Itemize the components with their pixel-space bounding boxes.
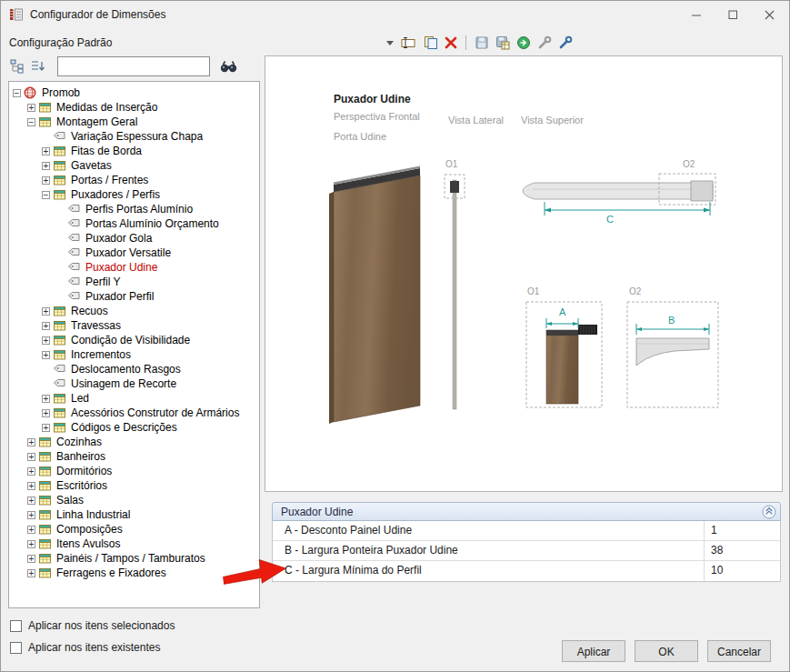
expand-icon[interactable]: + bbox=[27, 104, 35, 112]
tool-blue-icon[interactable] bbox=[558, 35, 573, 50]
tree-item[interactable]: +Fitas de Borda bbox=[9, 144, 259, 158]
expand-icon[interactable]: + bbox=[27, 555, 35, 563]
expand-icon[interactable]: + bbox=[27, 569, 35, 577]
expand-icon[interactable]: + bbox=[42, 307, 50, 316]
param-row[interactable]: B - Largura Ponteira Puxador Udine38 bbox=[273, 541, 780, 561]
tree-item[interactable]: +Portas / Frentes bbox=[9, 173, 259, 187]
tree-item[interactable]: Puxador Versatile bbox=[9, 246, 259, 260]
rename-icon[interactable] bbox=[401, 35, 417, 50]
collapse-icon[interactable]: − bbox=[27, 118, 35, 126]
ok-button[interactable]: OK bbox=[635, 640, 698, 662]
tree-item[interactable]: Perfis Portas Alumínio bbox=[9, 202, 259, 216]
expand-icon[interactable]: + bbox=[27, 438, 35, 446]
minimize-button[interactable] bbox=[678, 1, 715, 28]
expand-icon[interactable]: + bbox=[42, 176, 50, 185]
tool-gray-icon[interactable] bbox=[537, 35, 552, 50]
param-value-cell[interactable]: 1 bbox=[704, 521, 780, 540]
expand-icon[interactable]: + bbox=[42, 409, 50, 417]
expander-spacer bbox=[56, 264, 65, 272]
tag-icon bbox=[67, 276, 82, 288]
save-icon[interactable] bbox=[475, 35, 489, 50]
tree-item[interactable]: Portas Alumínio Orçamento bbox=[9, 216, 259, 231]
tree-item[interactable]: +Escritórios bbox=[9, 478, 259, 493]
collapse-icon[interactable]: − bbox=[42, 191, 50, 199]
expand-icon[interactable]: + bbox=[42, 336, 50, 345]
parameter-group-title: Puxador Udine bbox=[281, 506, 762, 518]
maximize-button[interactable] bbox=[715, 1, 751, 28]
tree-item[interactable]: −Puxadores / Perfis bbox=[9, 187, 259, 202]
tree-item[interactable]: −Montagem Geral bbox=[9, 115, 259, 129]
param-row[interactable]: A - Desconto Painel Udine1 bbox=[273, 521, 780, 541]
param-value-cell[interactable]: 38 bbox=[704, 541, 780, 560]
tree-item[interactable]: +Códigos e Descrições bbox=[9, 420, 259, 435]
tree-item-label: Medidas de Inserção bbox=[56, 100, 157, 115]
param-row[interactable]: C - Largura Mínima do Perfil10 bbox=[273, 561, 780, 581]
cancel-button[interactable]: Cancelar bbox=[707, 640, 771, 662]
collapse-icon[interactable]: − bbox=[13, 89, 21, 97]
expand-icon[interactable]: + bbox=[42, 162, 50, 170]
copy-icon[interactable] bbox=[424, 35, 438, 50]
tree-sort-icon[interactable] bbox=[30, 59, 45, 74]
tree-item[interactable]: +Itens Avulsos bbox=[9, 537, 259, 551]
tree-item-label: Promob bbox=[42, 85, 80, 100]
search-input[interactable] bbox=[57, 56, 210, 76]
close-button[interactable] bbox=[751, 1, 787, 28]
param-value-cell[interactable]: 10 bbox=[704, 561, 780, 581]
tree-item[interactable]: Usinagem de Recorte bbox=[9, 376, 259, 391]
tree-item[interactable]: +Travessas bbox=[9, 318, 259, 333]
tree-item[interactable]: +Cozinhas bbox=[9, 435, 259, 449]
expander-spacer bbox=[42, 366, 50, 374]
tree-item-label: Ferragens e Fixadores bbox=[56, 566, 166, 580]
dim-label-c: C bbox=[606, 214, 614, 225]
expand-icon[interactable]: + bbox=[27, 453, 35, 461]
expand-icon[interactable]: + bbox=[42, 322, 50, 330]
tree-item[interactable]: +Acessórios Construtor de Armários bbox=[9, 406, 259, 420]
tree-item[interactable]: Deslocamento Rasgos bbox=[9, 362, 259, 376]
tree-item[interactable]: +Gavetas bbox=[9, 158, 259, 173]
view-superior-label: Vista Superior bbox=[521, 115, 584, 125]
folder-icon bbox=[53, 421, 67, 434]
apply-button[interactable]: Aplicar bbox=[562, 640, 625, 662]
tree-item[interactable]: +Composições bbox=[9, 522, 259, 537]
tree-item-label: Itens Avulsos bbox=[56, 537, 121, 551]
save-database-icon[interactable] bbox=[495, 35, 510, 50]
export-green-icon[interactable] bbox=[516, 35, 531, 50]
expand-icon[interactable]: + bbox=[42, 424, 50, 432]
expand-icon[interactable]: + bbox=[27, 540, 35, 548]
tree-item-label: Portas Alumínio Orçamento bbox=[85, 216, 219, 231]
folder-icon bbox=[38, 479, 53, 492]
tree-item[interactable]: +Recuos bbox=[9, 304, 259, 318]
tree-item[interactable]: Variação Espessura Chapa bbox=[9, 129, 259, 144]
tree-item[interactable]: +Dormitórios bbox=[9, 464, 259, 478]
tree-item[interactable]: +Salas bbox=[9, 493, 259, 507]
tree-item[interactable]: Puxador Gola bbox=[9, 231, 259, 246]
collapse-panel-button[interactable] bbox=[762, 505, 776, 519]
tree-item[interactable]: Puxador Udine bbox=[9, 260, 259, 275]
checkbox[interactable] bbox=[10, 620, 22, 632]
tree-item[interactable]: +Linha Industrial bbox=[9, 507, 259, 522]
tree-item[interactable]: Puxador Perfil bbox=[9, 289, 259, 304]
delete-icon[interactable] bbox=[445, 35, 457, 50]
expand-icon[interactable]: + bbox=[27, 467, 35, 476]
tree-item-label: Puxador Gola bbox=[85, 231, 152, 246]
tree-item[interactable]: Perfil Y bbox=[9, 275, 259, 289]
expand-icon[interactable]: + bbox=[27, 511, 35, 519]
tree-item[interactable]: +Banheiros bbox=[9, 449, 259, 464]
expand-icon[interactable]: + bbox=[42, 395, 50, 403]
expand-icon[interactable]: + bbox=[27, 526, 35, 534]
checkbox[interactable] bbox=[10, 642, 22, 654]
globe-icon bbox=[24, 86, 38, 99]
tree-item[interactable]: +Medidas de Inserção bbox=[9, 100, 259, 115]
tree-structure-icon[interactable] bbox=[10, 59, 25, 74]
tree-item[interactable]: +Incrementos bbox=[9, 347, 259, 362]
tree-item[interactable]: −Promob bbox=[9, 85, 259, 100]
parameter-group-header[interactable]: Puxador Udine bbox=[272, 502, 781, 521]
dropdown-caret-icon[interactable] bbox=[386, 35, 395, 50]
expand-icon[interactable]: + bbox=[42, 147, 50, 155]
find-binoculars-icon[interactable] bbox=[220, 60, 237, 76]
expand-icon[interactable]: + bbox=[42, 351, 50, 359]
tree-item[interactable]: +Condição de Visibilidade bbox=[9, 333, 259, 347]
expand-icon[interactable]: + bbox=[27, 482, 35, 490]
tree-item[interactable]: +Led bbox=[9, 391, 259, 406]
expand-icon[interactable]: + bbox=[27, 496, 35, 505]
